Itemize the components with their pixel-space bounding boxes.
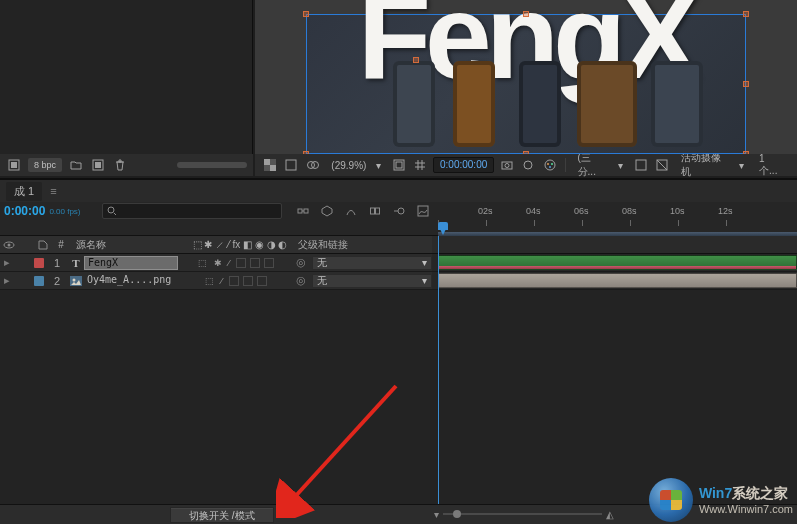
svg-rect-23 (304, 209, 308, 213)
viewer-camera[interactable]: 活动摄像机 (675, 151, 735, 179)
col-parent-link[interactable]: 父级和链接 (294, 238, 432, 252)
chevron-down-icon: ▾ (422, 275, 427, 286)
playhead-line[interactable] (438, 236, 439, 504)
zoom-out-icon[interactable]: ▾ (434, 509, 439, 520)
svg-rect-6 (264, 165, 270, 171)
svg-rect-22 (298, 209, 302, 213)
channel-toggle-icon[interactable] (282, 156, 299, 174)
new-comp-icon[interactable] (90, 157, 106, 173)
comp-mini-flowchart-icon[interactable] (294, 202, 312, 220)
parent-dropdown[interactable]: 无▾ (312, 274, 432, 288)
watermark: Win7系统之家 Www.Winwin7.com (649, 478, 793, 522)
timeline-timecode[interactable]: 0:00:00 (4, 204, 45, 218)
grid-icon[interactable] (412, 156, 429, 174)
draft3d-icon[interactable] (318, 202, 336, 220)
svg-rect-11 (396, 162, 402, 168)
timeline-zoom-control[interactable]: ▾ ◭ (434, 506, 614, 522)
project-panel: 8 bpc (0, 0, 253, 176)
svg-point-29 (8, 243, 11, 246)
transparency-grid-icon[interactable] (653, 156, 670, 174)
chevron-down-icon[interactable]: ▾ (739, 160, 749, 171)
svg-rect-5 (270, 159, 276, 165)
panel-menu-icon[interactable]: ≡ (50, 185, 56, 197)
viewer-resolution[interactable]: (三分... (572, 151, 615, 179)
snapshot-icon[interactable] (498, 156, 515, 174)
viewer-timecode[interactable]: 0:00:00:00 (433, 157, 494, 173)
col-source-name[interactable]: 源名称 (72, 238, 186, 252)
composition-viewer: FengX (29.9%) ▾ 0:00:00:00 (255, 0, 797, 176)
layer-row[interactable]: ▸ 1 T FengX ⬚ ✱ ∕ ◎ 无▾ (0, 254, 797, 272)
svg-rect-1 (11, 162, 17, 168)
playhead[interactable] (438, 222, 448, 236)
new-folder-icon[interactable] (68, 157, 84, 173)
twirl-icon[interactable]: ▸ (0, 256, 14, 269)
pickwhip-icon[interactable]: ◎ (294, 256, 308, 269)
project-bpc[interactable]: 8 bpc (28, 158, 62, 172)
safe-zones-icon[interactable] (390, 156, 407, 174)
col-switches[interactable]: ⬚ ✱ ⟋ ∕ fx ◧ ◉ ◑ ◐ (186, 239, 294, 250)
trash-icon[interactable] (112, 157, 128, 173)
graph-editor-icon[interactable] (414, 202, 432, 220)
watermark-title-b: 系统之家 (732, 485, 788, 501)
pickwhip-icon[interactable]: ◎ (294, 274, 308, 287)
show-channel-icon[interactable] (520, 156, 537, 174)
layer-switches[interactable]: ⬚ ✱ ∕ (182, 258, 290, 268)
twirl-icon[interactable]: ▸ (0, 274, 14, 287)
work-area-bar[interactable] (438, 232, 797, 236)
svg-point-26 (398, 208, 404, 214)
timeline-search[interactable] (102, 203, 282, 219)
svg-point-31 (73, 278, 76, 281)
toggle-switches-modes-button[interactable]: 切换开关 /模式 (170, 507, 274, 523)
shy-icon[interactable] (342, 202, 360, 220)
frame-blend-icon[interactable] (366, 202, 384, 220)
viewer-canvas[interactable]: FengX (255, 0, 797, 154)
svg-point-14 (524, 161, 532, 169)
layer-index: 2 (46, 275, 68, 287)
layer-index: 1 (46, 257, 68, 269)
windows-logo-icon (649, 478, 693, 522)
svg-rect-24 (371, 208, 375, 214)
viewer-zoom[interactable]: (29.9%) (325, 160, 372, 171)
layer-color-label[interactable] (32, 258, 46, 268)
layer-color-label[interactable] (32, 276, 46, 286)
svg-rect-25 (376, 208, 380, 214)
chevron-down-icon[interactable]: ▾ (376, 160, 386, 171)
svg-rect-3 (95, 162, 101, 168)
svg-point-17 (551, 163, 553, 165)
svg-point-13 (505, 164, 509, 168)
roi-icon[interactable] (632, 156, 649, 174)
timeline-panel: 成 1 ≡ 0:00:00 0.00 fps) (0, 178, 797, 524)
motion-blur-icon[interactable] (390, 202, 408, 220)
watermark-url: Www.Winwin7.com (699, 503, 793, 515)
layer-name[interactable]: Oy4me_A....png (84, 274, 182, 288)
comp-preview[interactable]: FengX (306, 14, 746, 154)
chevron-down-icon[interactable]: ▾ (618, 160, 628, 171)
layer-duration-bar[interactable] (438, 273, 797, 288)
layer-duration-bar[interactable] (438, 255, 797, 270)
timeline-fps-hint: 0.00 fps) (49, 207, 80, 216)
layer-switches[interactable]: ⬚ ∕ (182, 276, 290, 286)
interpret-footage-icon[interactable] (6, 157, 22, 173)
project-thumb-slider[interactable] (177, 162, 247, 168)
col-number[interactable]: # (50, 239, 72, 250)
layer-row[interactable]: ▸ 2 Oy4me_A....png ⬚ ∕ ◎ 无▾ (0, 272, 797, 290)
parent-dropdown[interactable]: 无▾ (312, 256, 432, 270)
layer-name[interactable]: FengX (84, 256, 182, 270)
svg-point-15 (545, 160, 555, 170)
color-mgmt-icon[interactable] (541, 156, 558, 174)
svg-point-18 (549, 166, 551, 168)
viewer-views[interactable]: 1 个... (753, 153, 791, 178)
project-footer: 8 bpc (0, 154, 253, 176)
layer-type-icon: T (68, 257, 84, 269)
chevron-down-icon: ▾ (422, 257, 427, 268)
col-visibility-icon[interactable] (0, 240, 18, 250)
zoom-mountain-icon[interactable]: ◭ (606, 509, 614, 520)
viewer-toolbar: (29.9%) ▾ 0:00:00:00 (三分... ▾ 活动摄像机 ▾ 1 … (255, 154, 797, 176)
alpha-toggle-icon[interactable] (261, 156, 278, 174)
timeline-search-input[interactable] (121, 206, 277, 217)
timeline-tab-comp1[interactable]: 成 1 (6, 182, 42, 201)
col-label-icon[interactable] (36, 240, 50, 250)
svg-point-21 (108, 207, 114, 213)
mask-toggle-icon[interactable] (304, 156, 321, 174)
time-ruler[interactable]: 02s04s06s08s10s12s (432, 202, 797, 236)
